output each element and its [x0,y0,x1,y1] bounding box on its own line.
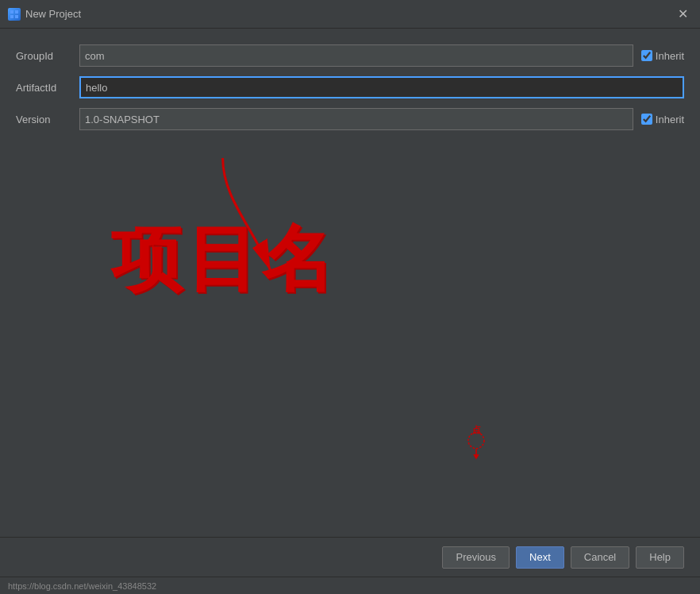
window-title: New Project [25,8,673,20]
artifact-id-label: ArtifactId [16,82,79,94]
svg-rect-2 [10,15,13,18]
group-id-input[interactable] [79,44,633,67]
status-bar: https://blog.csdn.net/weixin_43848532 [0,577,700,594]
svg-text:点: 点 [472,425,481,434]
status-url: https://blog.csdn.net/weixin_43848532 [8,581,156,591]
svg-rect-3 [15,15,18,18]
footer: Previous Next Cancel Help [0,537,700,577]
group-id-inherit-checkbox[interactable] [641,50,652,61]
group-id-row: GroupId Inherit [16,44,684,67]
cancel-button[interactable]: Cancel [571,546,629,569]
new-project-window: New Project ✕ GroupId Inherit ArtifactId… [0,0,700,594]
svg-point-6 [468,433,484,449]
artifact-id-input[interactable] [79,76,684,98]
annotation-area: 项目名 点 [16,148,684,537]
help-button[interactable]: Help [636,546,684,569]
svg-rect-0 [10,10,13,14]
version-inherit-check[interactable]: Inherit [641,114,684,125]
next-button[interactable]: Next [516,546,564,569]
window-icon [8,8,21,21]
annotation-svg [16,148,684,537]
version-inherit-checkbox[interactable] [641,114,652,125]
artifact-id-row: ArtifactId [16,76,684,98]
group-id-inherit-label: Inherit [656,50,684,62]
version-row: Version Inherit [16,108,684,130]
chinese-annotation: 项目名 [111,211,337,308]
version-input[interactable] [79,108,633,130]
group-id-inherit-check[interactable]: Inherit [641,50,684,62]
click-annotation: 点 [456,422,496,461]
title-bar: New Project ✕ [0,0,700,29]
svg-rect-1 [15,10,18,14]
close-button[interactable]: ✕ [673,5,692,24]
previous-button[interactable]: Previous [442,546,510,569]
content-area: GroupId Inherit ArtifactId Version Inher… [0,29,700,537]
version-inherit-label: Inherit [656,114,684,125]
version-label: Version [16,114,79,125]
group-id-label: GroupId [16,50,79,62]
svg-marker-8 [473,454,479,459]
